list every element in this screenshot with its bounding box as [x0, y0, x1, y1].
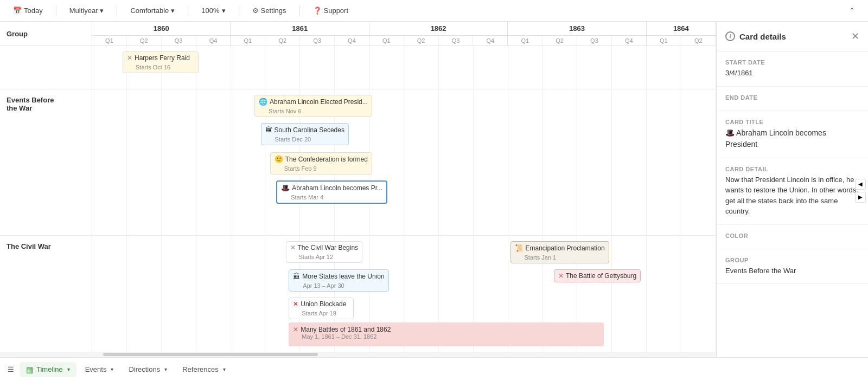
zoom-button[interactable]: 100% ▾	[197, 4, 229, 17]
q3-1862: Q3	[439, 36, 474, 46]
card-lincoln-elected[interactable]: 🌐 Abraham Lincoln Elected Presid... Star…	[254, 95, 372, 117]
timeline-body[interactable]: ✕ Harpers Ferry Raid Starts Oct 16 Event…	[0, 46, 716, 352]
multiyear-button[interactable]: Multiyear ▾	[65, 4, 108, 17]
card-title-section: CARD TITLE 🎩 Abraham Lincoln becomes Pre…	[717, 111, 868, 158]
comfortable-button[interactable]: Comfortable ▾	[126, 4, 179, 17]
end-date-label: END DATE	[725, 94, 859, 101]
h-scroll-thumb[interactable]	[103, 353, 318, 356]
references-tab-label: References	[182, 365, 218, 373]
scroll-down-button[interactable]: ▶	[855, 192, 866, 203]
card-many-battles[interactable]: ✕ Many Battles of 1861 and 1862 May 1, 1…	[289, 322, 604, 346]
tab-references[interactable]: References ▾	[176, 362, 232, 377]
card-more-states[interactable]: 🏛 More States leave the Union Apr 13 – A…	[289, 269, 388, 292]
card-civil-war-begins[interactable]: ✕ The Civil War Begins Starts Apr 12	[286, 241, 363, 263]
card-title-value: 🎩 Abraham Lincoln becomes President	[725, 127, 859, 150]
group-header: Group	[0, 22, 92, 46]
group-value: Events Before the War	[725, 266, 859, 276]
toolbar-divider-1	[56, 5, 56, 16]
toolbar-divider-3	[188, 5, 188, 16]
timeline-area: Group 1860 Q1 Q2 Q3 Q4 1861	[0, 22, 716, 357]
detail-panel-title: Card details	[739, 32, 786, 41]
close-button[interactable]: ✕	[851, 30, 859, 42]
battles-icon: ✕	[293, 326, 298, 333]
q2-1862: Q2	[404, 36, 439, 46]
card-gettysburg[interactable]: ✕ The Battle of Gettysburg	[554, 269, 641, 282]
zoom-label: 100%	[201, 7, 219, 15]
card-sc-secedes[interactable]: 🏛 South Carolina Secedes Starts Dec 20	[261, 123, 349, 145]
card-lincoln-president[interactable]: 🎩 Abraham Lincoln becomes Pr... Starts M…	[276, 180, 387, 204]
settings-button[interactable]: ⚙ Settings	[248, 4, 291, 17]
more-states-icon: 🏛	[293, 272, 300, 280]
card-harpers-ferry[interactable]: ✕ Harpers Ferry Raid Starts Oct 16	[123, 51, 199, 73]
end-date-section: END DATE	[717, 87, 868, 111]
year-block-1860: 1860 Q1 Q2 Q3 Q4	[92, 22, 231, 46]
sc-title: South Carolina Secedes	[275, 126, 344, 134]
lincoln-president-title: Abraham Lincoln becomes Pr...	[292, 184, 382, 192]
group-label-civil-war: The Civil War	[0, 236, 92, 352]
group-rows: ✕ Harpers Ferry Raid Starts Oct 16 Event…	[0, 46, 716, 352]
settings-icon: ⚙	[252, 7, 259, 15]
sc-date: Starts Dec 20	[275, 136, 311, 143]
q3-1860: Q3	[162, 36, 196, 46]
tab-menu-button[interactable]: ☰	[4, 362, 17, 377]
group-row-empty: ✕ Harpers Ferry Raid Starts Oct 16	[0, 46, 716, 89]
blockade-title: Union Blockade	[301, 300, 346, 308]
tab-events[interactable]: Events ▾	[79, 362, 120, 377]
card-detail-section: CARD DETAIL Now that President Lincoln i…	[717, 158, 868, 225]
q4-1863: Q4	[612, 36, 646, 46]
toolbar-divider-2	[117, 5, 117, 16]
timeline-tab-label: Timeline	[36, 365, 63, 373]
gettysburg-title: The Battle of Gettysburg	[566, 272, 636, 280]
q2-1861: Q2	[265, 36, 300, 46]
card-title-label: CARD TITLE	[725, 119, 859, 125]
card-confederation[interactable]: 🙂 The Confederation is formed Starts Feb…	[270, 152, 372, 175]
q1-1863: Q1	[508, 36, 542, 46]
zoom-chevron: ▾	[222, 7, 226, 15]
collapse-icon: ⌃	[849, 7, 855, 15]
q2-1860: Q2	[127, 36, 162, 46]
confederation-date: Starts Feb 9	[284, 165, 317, 172]
card-emancipation[interactable]: 📜 Emancipation Proclamation Starts Jan 1	[510, 241, 609, 263]
h-scrollbar[interactable]	[0, 352, 716, 357]
years-area: 1860 Q1 Q2 Q3 Q4 1861 Q1 Q2 Q	[92, 22, 716, 46]
toolbar-divider-4	[239, 5, 239, 16]
q4-1862: Q4	[473, 36, 507, 46]
settings-label: Settings	[261, 7, 286, 15]
year-block-1862: 1862 Q1 Q2 Q3 Q4	[369, 22, 508, 46]
q1-1860: Q1	[92, 36, 127, 46]
lincoln-president-date: Starts Mar 4	[291, 194, 323, 201]
q3-1863: Q3	[577, 36, 612, 46]
support-button[interactable]: ❓ Support	[309, 4, 353, 17]
year-label-1863: 1863	[508, 22, 646, 36]
today-button[interactable]: 📅 Today	[9, 4, 47, 17]
today-label: Today	[24, 7, 43, 15]
q3-1861: Q3	[300, 36, 335, 46]
battles-title: Many Battles of 1861 and 1862	[301, 326, 391, 333]
collapse-button[interactable]: ⌃	[845, 4, 859, 17]
group-row-events: Events Beforethe War 🌐	[0, 89, 716, 236]
group-label-events: Events Beforethe War	[0, 89, 92, 235]
scroll-nav: ◀ ▶	[853, 177, 868, 205]
group-row-civil-war: The Civil War ✕	[0, 236, 716, 352]
tab-timeline[interactable]: ▦ Timeline ▾	[20, 362, 76, 377]
scroll-up-button[interactable]: ◀	[855, 179, 866, 190]
q2-1864: Q2	[681, 36, 716, 46]
main-area: Group 1860 Q1 Q2 Q3 Q4 1861	[0, 22, 868, 357]
tab-directions[interactable]: Directions ▾	[122, 362, 174, 377]
toolbar-divider-5	[299, 5, 300, 16]
directions-tab-label: Directions	[129, 365, 160, 373]
directions-tab-chevron: ▾	[164, 366, 167, 372]
sc-icon: 🏛	[265, 126, 272, 134]
q1-1862: Q1	[369, 36, 404, 46]
card-detail-label: CARD DETAIL	[725, 166, 859, 172]
q1-1864: Q1	[647, 36, 681, 46]
timeline-tab-chevron: ▾	[67, 366, 70, 372]
lincoln-president-icon: 🎩	[281, 184, 290, 192]
comfortable-chevron: ▾	[171, 7, 175, 15]
year-label-1862: 1862	[369, 22, 507, 36]
harpers-date: Starts Oct 16	[136, 64, 170, 70]
events-tab-chevron: ▾	[111, 366, 113, 372]
comfortable-label: Comfortable	[130, 7, 169, 15]
support-icon: ❓	[313, 7, 322, 15]
card-union-blockade[interactable]: ✕ Union Blockade Starts Apr 19	[289, 298, 354, 319]
